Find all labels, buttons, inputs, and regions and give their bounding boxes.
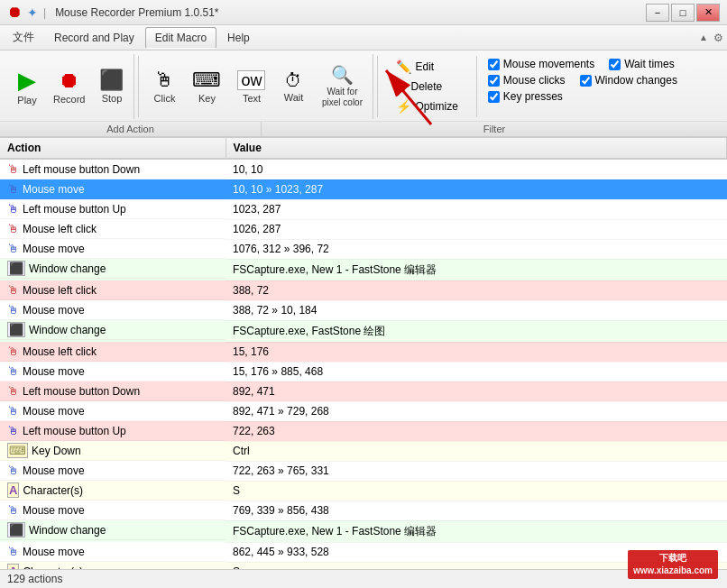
filter-mouse-clicks-check[interactable] — [488, 75, 500, 87]
row-action-cell: 🖱 Left mouse button Up — [0, 421, 225, 441]
table-scroll-area[interactable]: Action Value 🖱 Left mouse button Down 10… — [0, 138, 727, 569]
record-button[interactable]: ⏺ Record — [47, 65, 91, 109]
row-action-cell: A Character(s) — [0, 562, 225, 569]
table-row[interactable]: ⬛ Window change FSCapture.exe, New 1 - F… — [0, 520, 727, 542]
row-value-cell: 10, 10 — [225, 159, 727, 179]
add-action-section: 🖱 Click ⌨ Key ow Text ⏱ Wait 🔍 Wait — [143, 54, 373, 119]
filter-row-1: Mouse movements Wait times — [488, 58, 714, 70]
filter-window-changes-label: Window changes — [595, 74, 677, 87]
table-row[interactable]: 🖱 Mouse move 388, 72 » 10, 184 — [0, 300, 727, 320]
filter-mouse-movements-label: Mouse movements — [503, 58, 594, 70]
table-row[interactable]: A Character(s) S — [0, 562, 727, 569]
row-action-text: Mouse move — [23, 464, 85, 477]
row-action-cell: 🖱 Mouse move — [0, 300, 225, 320]
wait-pixel-icon: 🔍 — [331, 66, 354, 84]
menu-record-play[interactable]: Record and Play — [45, 28, 143, 48]
table-row[interactable]: 🖱 Mouse left click 388, 72 — [0, 280, 727, 300]
row-value-cell: FSCapture.exe, FastStone 绘图 — [225, 320, 727, 342]
row-action-text: Key Down — [32, 445, 81, 457]
row-action-cell: 🖱 Mouse move — [0, 239, 225, 259]
menu-edit-macro[interactable]: Edit Macro — [145, 27, 216, 49]
table-row[interactable]: ⬛ Window change FSCapture.exe, FastStone… — [0, 320, 727, 342]
filter-key-presses[interactable]: Key presses — [488, 90, 563, 103]
row-value-cell: 722, 263 » 765, 331 — [225, 461, 727, 481]
table-row[interactable]: 🖱 Left mouse button Up 1023, 287 — [0, 199, 727, 219]
edit-icon: ✏️ — [396, 60, 411, 74]
table-row[interactable]: 🖱 Left mouse button Down 892, 471 — [0, 381, 727, 401]
row-action-cell: 🖱 Mouse move — [0, 501, 225, 520]
minimize-button[interactable]: − — [646, 4, 669, 22]
key-button[interactable]: ⌨ Key — [186, 66, 227, 108]
row-value-cell: 388, 72 — [225, 280, 727, 300]
play-button[interactable]: ▶ Play — [9, 64, 45, 110]
row-icon: 🖱 — [7, 303, 19, 317]
filter-wait-times-check[interactable] — [609, 59, 621, 70]
toolbar-area: ▶ Play ⏺ Record ⬛ Stop 🖱 Click — [0, 51, 727, 138]
filter-key-presses-label: Key presses — [503, 90, 563, 103]
row-action-text: Left mouse button Up — [23, 203, 126, 216]
table-row[interactable]: 🖱 Mouse move 722, 263 » 765, 331 — [0, 461, 727, 481]
table-row[interactable]: 🖱 Mouse move 15, 176 » 885, 468 — [0, 362, 727, 381]
table-row[interactable]: ⌨ Key Down Ctrl — [0, 441, 727, 461]
filter-mouse-movements-check[interactable] — [488, 59, 500, 70]
row-value-cell: 1023, 287 — [225, 199, 727, 219]
edit-label: Edit — [415, 60, 434, 73]
actions-table: Action Value 🖱 Left mouse button Down 10… — [0, 138, 727, 569]
row-icon: 🖱 — [7, 545, 19, 558]
close-button[interactable]: ✕ — [696, 4, 720, 22]
filter-mouse-clicks[interactable]: Mouse clicks — [488, 74, 566, 87]
row-icon: 🖱 — [7, 345, 19, 358]
row-value-cell: Ctrl — [225, 441, 727, 461]
row-action-cell: ⬛ Window change — [0, 259, 225, 279]
row-action-text: Mouse move — [23, 365, 85, 378]
row-action-cell: ⬛ Window change — [0, 320, 225, 340]
table-row[interactable]: 🖱 Mouse left click 15, 176 — [0, 342, 727, 362]
row-action-text: Mouse move — [23, 504, 85, 517]
menu-help[interactable]: Help — [218, 28, 259, 48]
table-row[interactable]: 🖱 Mouse move 1076, 312 » 396, 72 — [0, 239, 727, 259]
table-row[interactable]: 🖱 Mouse left click 1026, 287 — [0, 219, 727, 239]
delete-icon: ✖ — [396, 79, 407, 94]
filter-window-changes-check[interactable] — [580, 75, 592, 87]
menu-file[interactable]: 文件 — [4, 26, 43, 49]
window-controls: − □ ✕ — [646, 4, 720, 22]
maximize-button[interactable]: □ — [671, 4, 695, 22]
table-row[interactable]: 🖱 Mouse move 769, 339 » 856, 438 — [0, 501, 727, 520]
row-action-cell: 🖱 Mouse left click — [0, 219, 225, 239]
app-icon-2: ✦ — [27, 5, 38, 20]
row-icon: 🖱 — [7, 202, 19, 216]
row-icon: 🖱 — [7, 424, 19, 437]
row-icon: 🖱 — [7, 283, 19, 297]
filter-window-changes[interactable]: Window changes — [580, 74, 677, 87]
filter-key-presses-check[interactable] — [488, 91, 500, 103]
wait-pixel-button[interactable]: 🔍 Wait for pixel color — [315, 61, 369, 113]
row-action-text: Mouse move — [23, 405, 85, 418]
stop-button[interactable]: ⬛ Stop — [93, 66, 130, 108]
delete-button[interactable]: ✖ Delete — [389, 78, 465, 96]
app-icon: ⏺ — [7, 5, 22, 21]
row-action-text: Left mouse button Up — [23, 425, 126, 437]
stop-icon: ⬛ — [99, 70, 124, 90]
optimize-label: Optimize — [415, 100, 457, 113]
optimize-button[interactable]: ⚡ Optimize — [389, 97, 465, 115]
click-label: Click — [154, 93, 176, 104]
table-row[interactable]: ⬛ Window change FSCapture.exe, New 1 - F… — [0, 259, 727, 280]
action-count: 129 actions — [7, 573, 62, 585]
row-action-cell: 🖱 Mouse left click — [0, 280, 225, 300]
text-button[interactable]: ow Text — [231, 66, 271, 108]
filter-wait-times[interactable]: Wait times — [609, 58, 675, 70]
table-row[interactable]: 🖱 Left mouse button Up 722, 263 — [0, 421, 727, 441]
table-row[interactable]: A Character(s) S — [0, 481, 727, 501]
wait-button[interactable]: ⏱ Wait — [275, 67, 311, 107]
table-row[interactable]: 🖱 Left mouse button Down 10, 10 — [0, 159, 727, 179]
row-icon: 🖱 — [7, 464, 19, 477]
row-icon: ⬛ — [7, 523, 25, 537]
table-row[interactable]: 🖱 Mouse move 862, 445 » 933, 528 — [0, 542, 727, 562]
click-button[interactable]: 🖱 Click — [146, 66, 182, 108]
edit-button[interactable]: ✏️ Edit — [389, 58, 465, 76]
table-row[interactable]: 🖱 Mouse move 892, 471 » 729, 268 — [0, 401, 727, 421]
actions-panel: ✏️ Edit ✖ Delete ⚡ Optimize — [382, 54, 472, 119]
filter-mouse-movements[interactable]: Mouse movements — [488, 58, 594, 70]
row-action-text: Mouse move — [23, 243, 85, 255]
table-row[interactable]: 🖱 Mouse move 10, 10 » 1023, 287 — [0, 179, 727, 199]
